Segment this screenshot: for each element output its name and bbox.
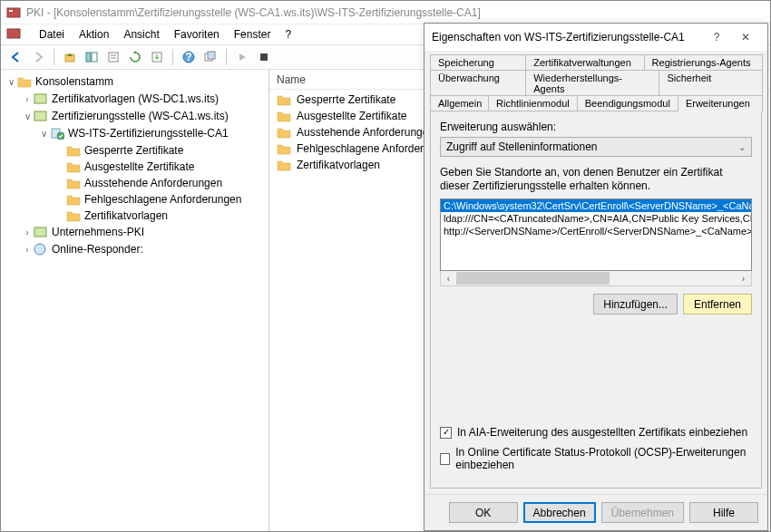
location-row[interactable]: ldap:///CN=<CATruncatedName>,CN=AIA,CN=P… <box>441 212 751 225</box>
scroll-track[interactable] <box>456 271 736 285</box>
tree-node[interactable]: Fehlgeschlagene Anforderungen <box>84 193 241 206</box>
scroll-left-icon[interactable]: ‹ <box>441 274 456 284</box>
horizontal-scrollbar[interactable]: ‹ › <box>440 271 752 286</box>
list-item-label: Ausstehende Anforderungen <box>297 126 434 139</box>
tab-beendigung[interactable]: Beendigungsmodul <box>577 95 678 111</box>
tab-richtlinien[interactable]: Richtlinienmodul <box>488 95 578 111</box>
svg-rect-14 <box>260 53 268 61</box>
extension-select-value: Zugriff auf Stelleninformationen <box>446 140 598 153</box>
expand-icon[interactable]: ∨ <box>39 126 48 142</box>
svg-rect-4 <box>86 53 91 62</box>
tab-ueberwachung[interactable]: Überwachung <box>430 70 526 96</box>
ca-icon <box>34 110 48 122</box>
expand-icon[interactable]: › <box>23 242 32 258</box>
tree-node[interactable]: Ausgestellte Zertifikate <box>84 160 194 173</box>
close-button[interactable]: ✕ <box>731 27 760 47</box>
aia-checkbox[interactable] <box>440 427 452 439</box>
svg-rect-0 <box>7 8 20 17</box>
tree-node-selected[interactable]: WS-ITS-Zertifizierungsstelle-CA1 <box>68 127 229 140</box>
folder-icon <box>66 144 81 157</box>
properties-button[interactable] <box>103 47 123 67</box>
dialog-title-bar: Eigenschaften von WS-ITS-Zertifizierungs… <box>425 24 767 51</box>
folder-icon <box>66 177 81 189</box>
svg-rect-16 <box>34 111 46 121</box>
tab-strip: Speicherung Zertifikatverwaltungen Regis… <box>425 51 767 111</box>
up-button[interactable] <box>60 47 80 67</box>
svg-rect-13 <box>208 52 215 59</box>
tree-node[interactable]: Online-Responder: <box>52 243 143 256</box>
ok-button[interactable]: OK <box>449 502 518 523</box>
stop-button[interactable] <box>254 47 274 67</box>
folder-icon <box>277 126 291 139</box>
dialog-title: Eigenschaften von WS-ITS-Zertifizierungs… <box>432 31 702 44</box>
tree-node[interactable]: Zertifikatvorlagen (WS-DC1.ws.its) <box>52 92 219 105</box>
menu-fenster[interactable]: Fenster <box>234 28 271 41</box>
tab-reg-agents[interactable]: Registrierungs-Agents <box>644 54 763 70</box>
tree-root[interactable]: Konsolenstamm <box>35 75 113 88</box>
add-button[interactable]: Hinzufügen... <box>593 294 678 314</box>
tree-node[interactable]: Gesperrte Zertifikate <box>84 144 183 157</box>
apply-button: Übernehmen <box>601 502 684 523</box>
svg-rect-6 <box>109 53 118 62</box>
extension-select[interactable]: Zugriff auf Stelleninformationen ⌄ <box>440 137 752 157</box>
folder-icon <box>277 110 291 122</box>
folder-icon <box>17 75 32 88</box>
tree-panel[interactable]: ∨Konsolenstamm ›Zertifikatvorlagen (WS-D… <box>1 70 269 531</box>
refresh-button[interactable] <box>125 47 145 67</box>
expand-icon[interactable]: ∨ <box>23 109 32 125</box>
location-row[interactable]: http://<ServerDNSName>/CertEnroll/<Serve… <box>441 225 751 237</box>
locations-listbox[interactable]: C:\Windows\system32\CertSrv\CertEnroll\<… <box>440 198 752 271</box>
help-button[interactable]: Hilfe <box>689 502 758 523</box>
scroll-right-icon[interactable]: › <box>736 274 751 284</box>
help-button[interactable]: ? <box>179 47 199 67</box>
help-button[interactable]: ? <box>702 27 731 47</box>
new-window-button[interactable] <box>200 47 220 67</box>
folder-icon <box>277 159 291 171</box>
remove-button[interactable]: Entfernen <box>683 294 752 314</box>
folder-icon <box>66 209 81 222</box>
ca-ok-icon <box>50 127 64 140</box>
tab-erweiterungen[interactable]: Erweiterungen <box>678 95 763 111</box>
tab-allgemein[interactable]: Allgemein <box>430 95 489 111</box>
play-button <box>232 47 252 67</box>
expand-icon[interactable]: › <box>23 92 32 108</box>
globe-icon <box>34 243 48 256</box>
app-icon <box>6 5 21 20</box>
ocsp-checkbox-row: In Online Certificate Status-Protokoll (… <box>440 446 752 471</box>
cert-template-icon <box>34 92 48 105</box>
back-button[interactable] <box>6 47 26 67</box>
folder-icon <box>66 160 81 173</box>
tree-node[interactable]: Zertifizierungsstelle (WS-CA1.ws.its) <box>52 110 229 122</box>
svg-text:?: ? <box>185 51 191 63</box>
tree-node[interactable]: Unternehmens-PKI <box>52 226 144 238</box>
menu-ansicht[interactable]: Ansicht <box>123 28 159 41</box>
aia-checkbox-label: In AIA-Erweiterung des ausgestellten Zer… <box>457 426 747 439</box>
tab-sicherheit[interactable]: Sicherheit <box>659 70 763 96</box>
tab-wiederherst[interactable]: Wiederherstellungs-Agents <box>525 70 659 96</box>
tree-node[interactable]: Ausstehende Anforderungen <box>84 177 222 189</box>
expand-icon[interactable]: › <box>23 225 32 241</box>
export-button[interactable] <box>147 47 167 67</box>
locations-description: Geben Sie Standorte an, von denen Benutz… <box>440 166 752 193</box>
list-item-label: Gesperrte Zertifikate <box>297 93 395 106</box>
tab-speicherung[interactable]: Speicherung <box>430 54 526 70</box>
list-item-label: Zertifikatvorlagen <box>297 159 380 171</box>
menu-help[interactable]: ? <box>285 28 291 41</box>
cancel-button[interactable]: Abbrechen <box>523 502 596 523</box>
menu-favoriten[interactable]: Favoriten <box>174 28 220 41</box>
show-hide-tree-button[interactable] <box>82 47 102 67</box>
tab-zertverwaltungen[interactable]: Zertifikatverwaltungen <box>525 54 644 70</box>
svg-point-20 <box>34 244 45 255</box>
list-item-label: Ausgestellte Zertifikate <box>297 110 406 122</box>
chevron-down-icon: ⌄ <box>738 142 746 152</box>
pki-icon <box>34 226 48 238</box>
menu-datei[interactable]: Datei <box>39 28 64 41</box>
app-icon-small <box>6 26 21 44</box>
scroll-thumb[interactable] <box>456 272 610 285</box>
ocsp-checkbox[interactable] <box>440 453 450 465</box>
menu-aktion[interactable]: Aktion <box>79 28 109 41</box>
expand-icon[interactable]: ∨ <box>6 74 15 91</box>
tree-node[interactable]: Zertifikatvorlagen <box>84 209 168 222</box>
tab-body-erweiterungen: Erweiterung auswählen: Zugriff auf Stell… <box>430 111 762 488</box>
location-row-selected[interactable]: C:\Windows\system32\CertSrv\CertEnroll\<… <box>441 199 751 212</box>
